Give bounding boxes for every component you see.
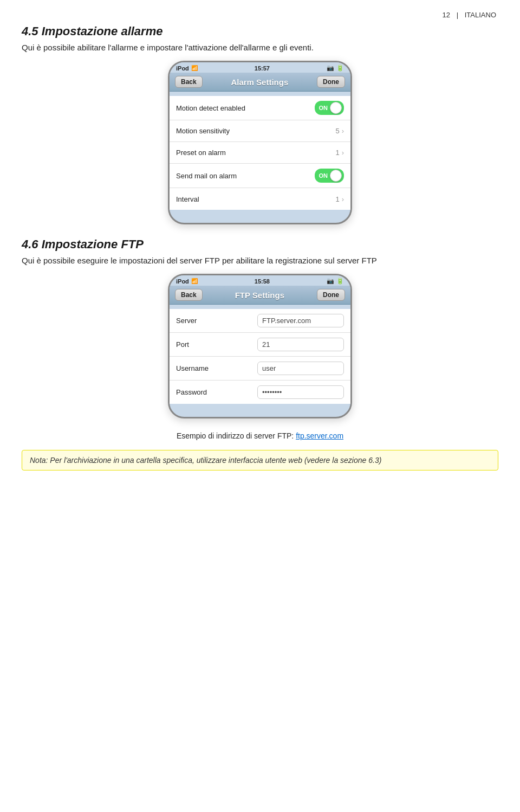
send-mail-toggle-knob — [330, 170, 342, 182]
section-45-desc: Qui è possibile abilitare l'allarme e im… — [22, 43, 498, 52]
motion-sensitivity-right: 5 › — [335, 127, 344, 135]
interval-row[interactable]: Interval 1 › — [170, 188, 350, 210]
alarm-settings-mockup: iPod 📶 15:57 📷 🔋 Back Alarm Settings Don… — [168, 61, 352, 224]
toggle-knob — [330, 102, 342, 114]
battery-icon: 🔋 — [336, 65, 344, 72]
preset-on-alarm-value: 1 — [335, 149, 339, 157]
ftp-username-row: Username user — [170, 357, 350, 381]
alarm-nav-bar: Back Alarm Settings Done — [170, 73, 350, 92]
ftp-bluetooth-icon: 📷 — [327, 278, 334, 285]
ftp-status-bar: iPod 📶 15:58 📷 🔋 — [170, 275, 350, 286]
ftp-server-label: Server — [176, 317, 219, 325]
alarm-settings-list: Motion detect enabled ON Motion sensitiv… — [170, 96, 350, 210]
interval-value: 1 — [335, 195, 339, 203]
ftp-settings-list: Server FTP.server.com Port 21 Username u… — [170, 309, 350, 404]
alarm-time: 15:57 — [255, 65, 270, 72]
example-link[interactable]: ftp.server.com — [296, 431, 343, 440]
alarm-status-bar: iPod 📶 15:57 📷 🔋 — [170, 62, 350, 73]
alarm-nav-title: Alarm Settings — [231, 78, 288, 87]
wifi-icon: 📶 — [191, 65, 198, 71]
ftp-battery-icon: 🔋 — [336, 278, 344, 285]
page-language: ITALIANO — [465, 11, 496, 19]
preset-on-alarm-label: Preset on alarm — [176, 149, 226, 157]
page-number: 12 — [443, 11, 450, 19]
device-label: iPod — [176, 65, 189, 72]
send-mail-toggle[interactable]: ON — [315, 169, 344, 183]
section-46-title: Impostazione FTP — [42, 237, 144, 251]
interval-label: Interval — [176, 195, 199, 203]
send-mail-toggle-label: ON — [319, 172, 328, 179]
interval-right: 1 › — [335, 195, 344, 203]
toggle-on-label: ON — [319, 105, 328, 111]
motion-detect-toggle[interactable]: ON — [315, 101, 344, 115]
ftp-username-label: Username — [176, 364, 219, 372]
note-text: Nota: Per l'archiviazione in una cartell… — [30, 456, 381, 465]
motion-detect-label: Motion detect enabled — [176, 104, 245, 112]
section-46-number: 4.6 — [22, 237, 38, 251]
ftp-back-button[interactable]: Back — [175, 289, 203, 301]
motion-sensitivity-label: Motion sensitivity — [176, 127, 230, 135]
ftp-port-value[interactable]: 21 — [257, 338, 344, 351]
ftp-password-value[interactable]: •••••••• — [257, 385, 344, 399]
example-prefix: Esempio di indirizzo di server FTP: — [177, 431, 296, 440]
ftp-nav-bar: Back FTP Settings Done — [170, 286, 350, 305]
send-mail-right: ON — [315, 169, 344, 183]
motion-sensitivity-value: 5 — [335, 127, 339, 135]
section-46-desc: Qui è possibile eseguire le impostazioni… — [22, 256, 498, 265]
ftp-username-value[interactable]: user — [257, 362, 344, 375]
ftp-server-value[interactable]: FTP.server.com — [257, 314, 344, 327]
chevron-icon-2: › — [342, 149, 344, 157]
ftp-status-left: iPod 📶 — [176, 278, 198, 285]
ftp-password-label: Password — [176, 388, 219, 396]
section-45-title: Impostazione allarme — [42, 24, 163, 38]
alarm-done-button[interactable]: Done — [317, 76, 345, 88]
ftp-time: 15:58 — [255, 278, 270, 285]
send-mail-row[interactable]: Send mail on alarm ON — [170, 164, 350, 188]
example-text: Esempio di indirizzo di server FTP: ftp.… — [22, 431, 498, 440]
ftp-wifi-icon: 📶 — [191, 278, 198, 284]
status-right: 📷 🔋 — [327, 65, 344, 72]
section-45-number: 4.5 — [22, 24, 38, 38]
motion-sensitivity-row[interactable]: Motion sensitivity 5 › — [170, 120, 350, 142]
motion-detect-right: ON — [315, 101, 344, 115]
ftp-settings-mockup: iPod 📶 15:58 📷 🔋 Back FTP Settings Done … — [168, 274, 352, 418]
section-46: 4.6 Impostazione FTP Qui è possibile ese… — [22, 237, 498, 440]
ftp-nav-title: FTP Settings — [235, 291, 284, 300]
page-separator: | — [457, 11, 458, 19]
ftp-done-button[interactable]: Done — [317, 289, 345, 301]
chevron-icon-3: › — [342, 195, 344, 203]
alarm-back-button[interactable]: Back — [175, 76, 203, 88]
page-header: 12 | ITALIANO — [22, 11, 498, 19]
section-45-heading: 4.5 Impostazione allarme — [22, 24, 498, 38]
preset-on-alarm-row[interactable]: Preset on alarm 1 › — [170, 142, 350, 164]
section-45: 4.5 Impostazione allarme Qui è possibile… — [22, 24, 498, 224]
ftp-server-row: Server FTP.server.com — [170, 309, 350, 333]
send-mail-label: Send mail on alarm — [176, 172, 237, 180]
ftp-device-label: iPod — [176, 278, 189, 285]
ftp-status-right: 📷 🔋 — [327, 278, 344, 285]
preset-on-alarm-right: 1 › — [335, 149, 344, 157]
ftp-port-label: Port — [176, 340, 219, 349]
status-left: iPod 📶 — [176, 65, 198, 72]
chevron-icon: › — [342, 127, 344, 135]
bluetooth-icon: 📷 — [327, 65, 334, 72]
section-46-heading: 4.6 Impostazione FTP — [22, 237, 498, 252]
motion-detect-row[interactable]: Motion detect enabled ON — [170, 96, 350, 120]
note-block: Nota: Per l'archiviazione in una cartell… — [22, 450, 498, 471]
ftp-port-row: Port 21 — [170, 333, 350, 357]
ftp-password-row: Password •••••••• — [170, 381, 350, 404]
